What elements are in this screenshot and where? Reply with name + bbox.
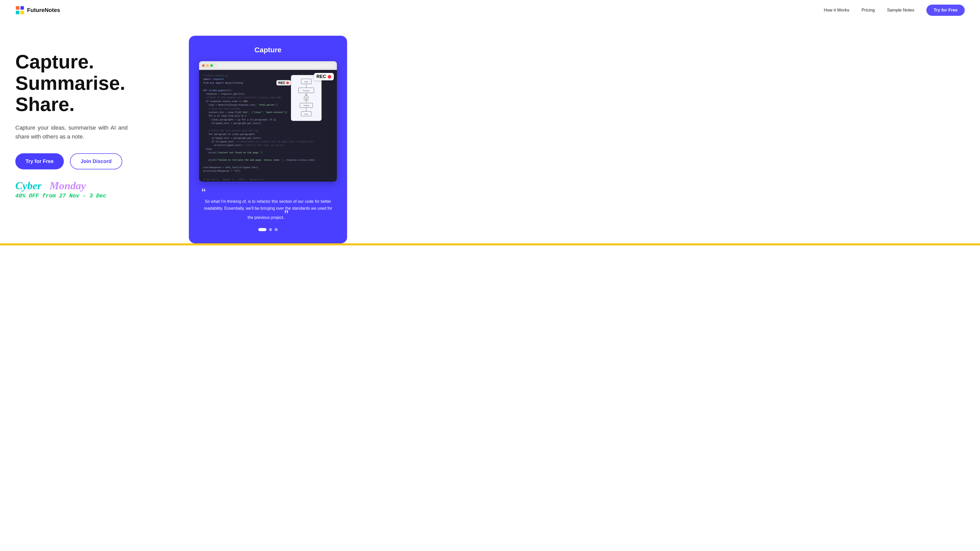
code-line-25 xyxy=(203,162,333,165)
try-for-free-button[interactable]: Try for Free xyxy=(15,153,64,169)
window-bar xyxy=(199,61,337,70)
join-discord-button[interactable]: Join Discord xyxy=(70,153,122,169)
logo-text: FutureNotes xyxy=(27,7,60,14)
headline-line1: Capture. xyxy=(15,51,94,73)
svg-rect-3 xyxy=(21,11,24,14)
svg-rect-2 xyxy=(16,11,19,14)
hero-headline: Capture. Summarise. Share. xyxy=(15,51,179,115)
svg-rect-1 xyxy=(21,6,24,10)
code-line-17: for paragraph in clean_paragraphs: xyxy=(203,133,333,136)
quote-open: “ xyxy=(202,190,334,196)
code-line-21: else: xyxy=(203,148,333,151)
code-line-24: print('Failed to retrieve the web page. … xyxy=(203,159,333,162)
code-line-26: startResponse = chat_func(stripped_text) xyxy=(203,166,333,169)
rec-label-small: REC xyxy=(278,81,285,85)
nav-sample-notes[interactable]: Sample Notes xyxy=(887,8,915,13)
code-line-18: stripped_text = paragraph.get_text() xyxy=(203,137,333,140)
cyber-monday-title: Cyber Monday xyxy=(15,179,179,192)
quote-text: So what I'm thinking of, is to refactor … xyxy=(202,198,334,221)
hero-buttons: Try for Free Join Discord xyxy=(15,153,179,169)
hero-section: Capture. Summarise. Share. Capture your … xyxy=(0,21,980,243)
cyber-monday-subtitle: 40% OFF from 27 Nov - 3 Dec xyxy=(15,193,179,199)
rec-dot-small xyxy=(286,82,289,84)
headline-line2: Summarise. xyxy=(15,72,125,94)
nav-try-for-free-button[interactable]: Try for Free xyxy=(926,5,965,16)
capture-card-title: Capture xyxy=(255,46,282,54)
nav-how-it-works[interactable]: How it Works xyxy=(824,8,850,13)
carousel-dots xyxy=(258,228,278,231)
code-line-15 xyxy=(203,125,333,129)
svg-text:End: End xyxy=(305,113,308,115)
quote-close: ” xyxy=(284,208,288,221)
code-editor-area: # anchor_backup.py import requests from … xyxy=(199,70,337,182)
carousel-dot-3[interactable] xyxy=(275,228,278,231)
rec-badge-main: REC xyxy=(314,73,334,80)
nav-pricing[interactable]: Pricing xyxy=(862,8,875,13)
bottom-yellow-bar xyxy=(0,243,980,245)
window-minimize-dot xyxy=(206,64,209,67)
carousel-dot-1[interactable] xyxy=(258,228,266,231)
rec-dot-main xyxy=(328,75,331,79)
svg-text:Start: Start xyxy=(304,81,308,83)
logo-icon xyxy=(15,6,24,15)
rec-label-main: REC xyxy=(317,74,326,79)
logo[interactable]: FutureNotes xyxy=(15,6,60,15)
svg-text:Output: Output xyxy=(304,105,309,106)
rec-badge-small: REC xyxy=(277,80,291,86)
code-line-16: # Print the text within each div tag xyxy=(203,129,333,133)
cyber-word: Cyber xyxy=(15,180,41,192)
window-close-dot xyxy=(202,64,205,67)
code-line-22: print('Content not found on the page.') xyxy=(203,151,333,155)
nav-links: How it Works Pricing Sample Notes Try fo… xyxy=(824,5,965,16)
monday-word: Monday xyxy=(49,180,86,192)
status-bar: Ln 51, Col 1 Spaces: 4 UTF-8 Python 3.11 xyxy=(199,177,337,182)
code-line-14: stripped_text = paragraph.get_text() xyxy=(203,122,333,125)
hero-left: Capture. Summarise. Share. Capture your … xyxy=(15,36,179,199)
navbar: FutureNotes How it Works Pricing Sample … xyxy=(0,0,980,21)
cyber-monday-promo: Cyber Monday 40% OFF from 27 Nov - 3 Dec xyxy=(15,179,179,199)
svg-rect-0 xyxy=(16,6,19,10)
carousel-dot-2[interactable] xyxy=(269,228,272,231)
code-line-27: print(startResponse + "\n") xyxy=(203,169,333,173)
hero-subtext: Capture your ideas, summarise with AI an… xyxy=(15,123,127,141)
quote-section: “ So what I'm thinking of, is to refacto… xyxy=(199,190,337,221)
address-bar xyxy=(218,63,334,68)
code-line-19: if stripped_text: # consolidate all usef… xyxy=(203,140,333,144)
headline-line3: Share. xyxy=(15,94,75,115)
svg-text:Process: Process xyxy=(303,90,310,92)
window-maximize-dot xyxy=(210,64,213,67)
code-line-23 xyxy=(203,155,333,159)
diagram-svg: Start Process Check Output End xyxy=(293,78,319,118)
diagram-overlay: Start Process Check Output End xyxy=(291,75,321,121)
screenshot-mockup: # anchor_backup.py import requests from … xyxy=(199,61,337,182)
code-line-20: print(stripped_text) # confirm that text… xyxy=(203,144,333,147)
capture-card: Capture # anchor_backup.py import reques… xyxy=(189,36,347,243)
